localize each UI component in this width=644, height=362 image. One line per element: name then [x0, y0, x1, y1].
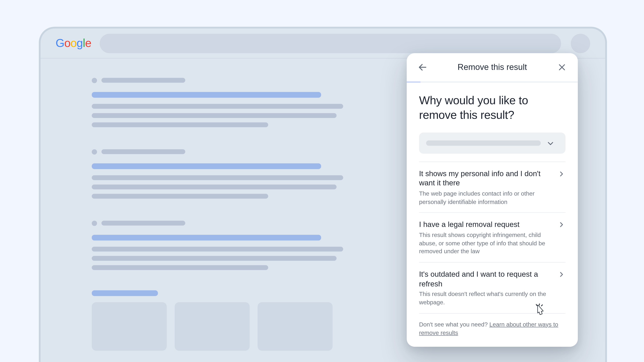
- remove-result-panel: Remove this result Why would you like to…: [407, 53, 578, 347]
- option-outdated-refresh[interactable]: It's outdated and I want to request a re…: [419, 262, 566, 313]
- search-results-area: [40, 58, 358, 351]
- progress-bar: [407, 81, 578, 83]
- panel-question: Why would you like to remove this result…: [419, 93, 566, 123]
- image-placeholder: [258, 302, 332, 351]
- avatar[interactable]: [571, 33, 590, 53]
- back-button[interactable]: [416, 61, 429, 73]
- arrow-left-icon: [418, 62, 428, 72]
- chevron-right-icon: [558, 271, 565, 278]
- option-personal-info[interactable]: It shows my personal info and I don't wa…: [419, 161, 566, 212]
- option-legal-request[interactable]: I have a legal removal request This resu…: [419, 212, 566, 262]
- result-placeholder: [92, 147, 358, 199]
- close-icon: [558, 63, 566, 72]
- result-placeholder: [92, 219, 358, 270]
- image-placeholder: [92, 302, 167, 351]
- footer-lead: Don't see what you need?: [419, 321, 489, 328]
- option-desc: The web page includes contact info or ot…: [419, 190, 552, 206]
- option-title: It shows my personal info and I don't wa…: [419, 169, 552, 188]
- chevron-right-icon: [558, 170, 565, 178]
- google-logo: Google: [56, 37, 90, 49]
- panel-title: Remove this result: [458, 62, 527, 72]
- chevron-down-icon: [546, 139, 555, 148]
- select-placeholder: [426, 140, 541, 146]
- reason-select[interactable]: [419, 132, 566, 153]
- close-button[interactable]: [556, 61, 568, 73]
- chevron-right-icon: [558, 221, 565, 229]
- option-title: It's outdated and I want to request a re…: [419, 270, 552, 289]
- result-placeholder: [92, 76, 358, 127]
- option-desc: This result doesn't reflect what's curre…: [419, 291, 552, 307]
- image-placeholder: [175, 302, 250, 351]
- option-title: I have a legal removal request: [419, 220, 552, 229]
- footer-note: Don't see what you need? Learn about oth…: [419, 313, 566, 337]
- search-input[interactable]: [100, 33, 561, 53]
- image-results: [92, 290, 358, 351]
- option-desc: This result shows copyright infringement…: [419, 231, 552, 256]
